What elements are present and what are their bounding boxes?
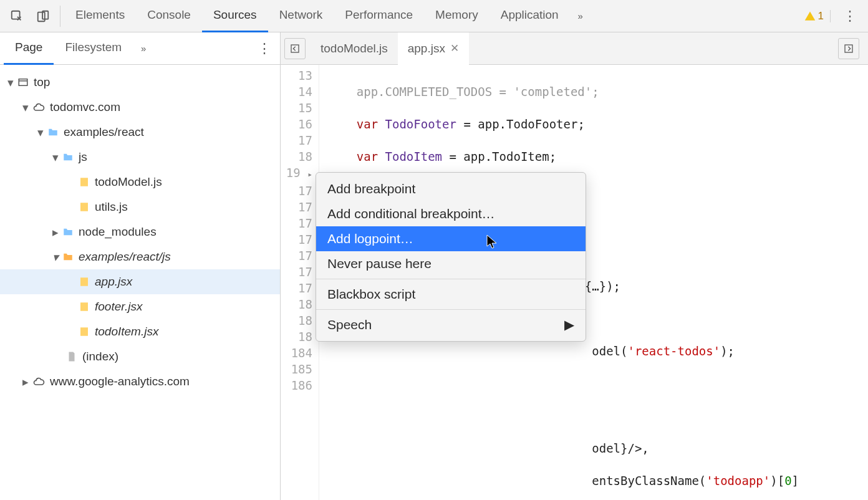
line-number[interactable]: 17 <box>281 280 312 296</box>
tree-label: node_modules <box>79 225 157 239</box>
tree-folder-examples-react-js[interactable]: ▾ examples/react/js <box>0 244 280 269</box>
disclosure-triangle-icon[interactable]: ▸ <box>21 375 30 389</box>
code-line: odel('react-todos'); <box>328 343 799 359</box>
menu-speech[interactable]: Speech▶ <box>316 312 586 337</box>
sidebar-tab-filesystem[interactable]: Filesystem <box>54 32 133 65</box>
disclosure-triangle-icon[interactable]: ▾ <box>21 100 30 115</box>
line-number[interactable]: 17 <box>281 183 312 199</box>
editor-tabbar: todoModel.js app.jsx ✕ <box>281 32 868 65</box>
line-number[interactable]: 184 <box>281 345 312 361</box>
code-line <box>328 408 799 424</box>
disclosure-triangle-icon[interactable]: ▾ <box>51 250 60 264</box>
more-tabs-icon[interactable]: » <box>570 6 591 27</box>
devtools-toolbar: Elements Console Sources Network Perform… <box>0 0 868 32</box>
line-number[interactable]: 17 <box>281 132 312 148</box>
tree-file-todoModel[interactable]: todoModel.js <box>0 170 280 195</box>
menu-add-conditional-breakpoint[interactable]: Add conditional breakpoint… <box>316 201 586 226</box>
line-number[interactable]: 185 <box>281 361 312 377</box>
show-debugger-icon[interactable] <box>838 38 859 59</box>
js-file-icon <box>79 326 90 337</box>
close-icon[interactable]: ✕ <box>450 42 459 55</box>
line-number[interactable]: 17 <box>281 199 312 215</box>
code-line: var TodoFooter = app.TodoFooter; <box>328 116 799 132</box>
code-line: entsByClassName('todoapp')[0] <box>328 473 799 489</box>
frame-icon <box>17 77 29 88</box>
tree-label: examples/react/js <box>79 250 171 264</box>
folder-icon <box>62 151 74 163</box>
editor-tab-app-jsx[interactable]: app.jsx ✕ <box>398 32 469 65</box>
show-navigator-icon[interactable] <box>284 38 306 59</box>
inspect-element-icon[interactable] <box>6 6 27 27</box>
tree-domain-todomvc[interactable]: ▾ todomvc.com <box>0 95 280 120</box>
tab-console[interactable]: Console <box>136 0 202 32</box>
file-tree: ▾ top ▾ todomvc.com ▾ examples/react ▾ j… <box>0 65 280 399</box>
tree-label: www.google-analytics.com <box>50 375 190 388</box>
line-number[interactable]: 186 <box>281 377 312 393</box>
folder-icon <box>47 127 59 138</box>
line-number[interactable]: 19 ▸ <box>281 165 312 183</box>
line-number[interactable]: 17 <box>281 264 312 280</box>
sidebar-tabs: Page Filesystem » ⋮ <box>0 32 280 65</box>
line-number[interactable]: 14 <box>281 84 312 100</box>
tab-memory[interactable]: Memory <box>424 0 489 32</box>
tree-file-app-jsx[interactable]: app.jsx <box>0 269 280 294</box>
js-file-icon <box>79 201 90 213</box>
js-file-icon <box>79 176 90 188</box>
line-number[interactable]: 17 <box>281 248 312 264</box>
menu-add-logpoint[interactable]: Add logpoint… <box>316 226 586 251</box>
tree-label: utils.js <box>95 200 128 214</box>
svg-rect-8 <box>80 302 88 311</box>
tree-label: examples/react <box>64 125 144 139</box>
document-icon <box>66 351 77 362</box>
line-number[interactable]: 18 <box>281 296 312 312</box>
device-toolbar-icon[interactable] <box>32 6 54 27</box>
sidebar-menu-icon[interactable]: ⋮ <box>253 41 276 57</box>
disclosure-triangle-icon[interactable]: ▸ <box>51 225 60 239</box>
tree-folder-examples-react[interactable]: ▾ examples/react <box>0 120 280 145</box>
menu-never-pause-here[interactable]: Never pause here <box>316 251 586 276</box>
disclosure-triangle-icon[interactable]: ▾ <box>36 125 45 140</box>
sidebar-tab-page[interactable]: Page <box>4 32 54 65</box>
line-number[interactable]: 18 <box>281 148 312 165</box>
svg-rect-9 <box>80 327 88 336</box>
tree-file-todoItem-jsx[interactable]: todoItem.jsx <box>0 319 280 344</box>
tree-label: top <box>34 75 50 89</box>
tab-network[interactable]: Network <box>268 0 334 32</box>
line-number[interactable]: 17 <box>281 231 312 248</box>
line-number[interactable]: 18 <box>281 329 312 345</box>
line-number[interactable]: 13 <box>281 67 312 84</box>
line-gutter[interactable]: 13 14 15 16 17 18 19 ▸ 17 17 17 17 17 17… <box>281 65 319 500</box>
cloud-icon <box>32 101 45 113</box>
line-number[interactable]: 17 <box>281 215 312 231</box>
fold-icon[interactable]: ▸ <box>307 170 312 179</box>
submenu-arrow-icon: ▶ <box>564 317 574 332</box>
svg-rect-1 <box>38 12 45 21</box>
tab-performance[interactable]: Performance <box>334 0 424 32</box>
tree-top-frame[interactable]: ▾ top <box>0 70 280 95</box>
line-number[interactable]: 15 <box>281 100 312 116</box>
tab-elements[interactable]: Elements <box>64 0 136 32</box>
menu-add-breakpoint[interactable]: Add breakpoint <box>316 176 586 201</box>
line-number[interactable]: 18 <box>281 312 312 329</box>
disclosure-triangle-icon[interactable]: ▾ <box>51 150 60 165</box>
tree-label: todoModel.js <box>95 175 162 189</box>
tree-file-index[interactable]: (index) <box>0 344 280 369</box>
menu-blackbox-script[interactable]: Blackbox script <box>316 282 586 307</box>
tree-domain-google-analytics[interactable]: ▸ www.google-analytics.com <box>0 369 280 394</box>
tab-application[interactable]: Application <box>489 0 570 32</box>
sidebar-more-tabs-icon[interactable]: » <box>133 38 154 59</box>
line-number[interactable]: 16 <box>281 116 312 132</box>
tree-folder-js[interactable]: ▾ js <box>0 145 280 170</box>
editor-tab-todoModel[interactable]: todoModel.js <box>311 32 398 65</box>
settings-menu-icon[interactable]: ⋮ <box>838 8 862 24</box>
tree-file-utils[interactable]: utils.js <box>0 195 280 219</box>
gutter-context-menu: Add breakpoint Add conditional breakpoin… <box>316 172 586 342</box>
tree-file-footer-jsx[interactable]: footer.jsx <box>0 294 280 319</box>
tree-folder-node-modules[interactable]: ▸ node_modules <box>0 219 280 244</box>
tab-sources[interactable]: Sources <box>202 0 268 32</box>
disclosure-triangle-icon[interactable]: ▾ <box>6 75 15 90</box>
tree-label: todomvc.com <box>50 100 120 114</box>
code-line: var TodoItem = app.TodoItem; <box>328 148 799 165</box>
warning-badge[interactable]: 1 <box>804 10 831 22</box>
cloud-icon <box>32 375 45 388</box>
